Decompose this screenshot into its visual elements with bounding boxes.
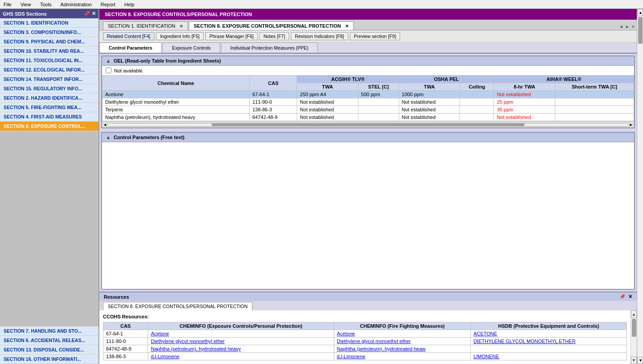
tab-individual-protection[interactable]: Individual Protection Measures (PPE)	[221, 42, 318, 53]
resources-pin-icon[interactable]: 📌	[619, 294, 626, 300]
main-layout: GHS SDS Sections 📌 ✕ SECTION 1. IDENTIFI…	[0, 9, 643, 364]
res-cheminfo-exp-link[interactable]: Naphtha (petroleum), hydrotreated heavy	[151, 346, 241, 351]
resources-tab-section8[interactable]: SECTION 8. EXPOSURE CONTROLS/PERSONAL PR…	[103, 302, 252, 310]
res-cheminfo-exp-link[interactable]: Acetone	[151, 331, 169, 336]
oel-cell	[555, 114, 634, 121]
oel-collapse-icon[interactable]: ▲	[106, 58, 111, 64]
ingredient-info-button[interactable]: Ingredient Info [F5]	[156, 32, 204, 40]
sidebar-item-section11[interactable]: SECTION 11. TOXICOLOGICAL IN...	[0, 56, 98, 65]
main-vscroll-thumb[interactable]	[638, 17, 643, 44]
oel-table-row[interactable]: Naphtha (petroleum), hydrotreated heavy6…	[102, 114, 634, 121]
vscroll-track[interactable]	[631, 318, 637, 356]
res-hsdb-link[interactable]: LIMONENE	[473, 354, 499, 359]
col-chemical-name: Chemical Name	[102, 76, 250, 91]
notes-button[interactable]: Notes [F7]	[260, 32, 289, 40]
sidebar-item-section15[interactable]: SECTION 15. REGULATORY INFO...	[0, 84, 98, 93]
tab-exposure-controls[interactable]: Exposure Controls	[162, 42, 220, 53]
res-col-hsdb: HSDB (Protective Equipment and Controls)	[471, 322, 627, 330]
main-vscroll-track[interactable]	[637, 16, 643, 357]
sidebar-item-section5[interactable]: SECTION 5. FIRE-FIGHTING MEA...	[0, 103, 98, 112]
res-cheminfo-fire-link[interactable]: Naphtha (petroleum), hydrotreated heaw	[337, 346, 426, 351]
sidebar-item-section4[interactable]: SECTION 4. FIRST-AID MEASURES	[0, 112, 98, 122]
col-group-osha: OSHA PEL	[399, 76, 494, 83]
tab-close-section1[interactable]: ✕	[179, 24, 183, 29]
sidebar-item-section9[interactable]: SECTION 9. PHYSICAL AND CHEM...	[0, 37, 98, 47]
oel-table-row[interactable]: Diethylene glycol monoethyl ether111-90-…	[102, 98, 634, 106]
tab-section1[interactable]: SECTION 1. IDENTIFICATION ✕	[103, 21, 188, 30]
menu-tools[interactable]: Tools	[38, 1, 53, 8]
sidebar-item-section13[interactable]: SECTION 13. DISPOSAL CONSIDE...	[0, 345, 98, 355]
tab-scroll-left-icon[interactable]: ◄	[619, 24, 623, 29]
sidebar-item-section8[interactable]: SECTION 8. EXPOSURE CONTROL...	[0, 122, 98, 131]
res-cheminfo-fire-link[interactable]: d,l-Limonene	[337, 354, 366, 359]
sidebar-title-text: GHS SDS Sections	[3, 11, 47, 17]
col-acgih-stel: STEL [C]	[358, 83, 399, 91]
sidebar-item-section3[interactable]: SECTION 3. COMPOSITION/INFO...	[0, 28, 98, 37]
tab-control-parameters[interactable]: Control Parameters	[99, 42, 162, 53]
sidebar-title-buttons: 📌 ✕	[84, 11, 96, 17]
res-hsdb-link[interactable]: ACETONE	[473, 331, 497, 336]
menu-report[interactable]: Report	[99, 1, 117, 8]
res-cheminfo-exp-cell: d,l-Limonene	[148, 353, 334, 360]
vscroll-down-icon[interactable]: ▼	[631, 356, 637, 364]
col-cas: CAS	[249, 76, 297, 91]
hscroll-track[interactable]	[107, 123, 629, 127]
related-content-button[interactable]: Related Content [F4]	[103, 32, 154, 40]
sidebar-item-section14[interactable]: SECTION 14. TRANSPORT INFOR...	[0, 75, 98, 84]
vscroll-thumb[interactable]	[632, 319, 636, 337]
res-cheminfo-exp-link[interactable]: Diethylene glycol monoethyl ether	[151, 339, 225, 344]
res-cas-cell: 111-90-0	[103, 338, 148, 345]
tab-scroll-right-icon[interactable]: ►	[625, 24, 630, 29]
vscroll-up-icon[interactable]: ▲	[631, 310, 637, 318]
hscroll-thumb[interactable]	[212, 123, 524, 126]
menu-view[interactable]: View	[19, 1, 33, 8]
preview-section-button[interactable]: Preview section [F9]	[350, 32, 400, 40]
not-available-checkbox[interactable]	[106, 68, 111, 73]
revision-indicators-button[interactable]: Revision Indicators [F8]	[291, 32, 348, 40]
resources-panel: Resources 📌 ✕ SECTION 8. EXPOSURE CONTRO…	[99, 292, 637, 364]
sidebar-pin-icon[interactable]: 📌	[84, 11, 90, 17]
main-vscroll[interactable]: ▲ ▼	[637, 9, 643, 364]
sidebar-item-section7[interactable]: SECTION 7. HANDLING AND STO...	[0, 326, 98, 336]
free-text-panel: ▲ Control Parameters (Free text)	[101, 132, 635, 290]
menu-file[interactable]: File	[2, 1, 13, 8]
sidebar-item-section1[interactable]: SECTION 1. IDENTIFICATION	[0, 18, 98, 28]
res-cheminfo-fire-cell: Diethylene glycol monoethvl ether	[334, 338, 470, 345]
hscroll-left-icon[interactable]: ◄	[103, 123, 107, 127]
col-group-acgih: ACGIH® TLV®	[297, 76, 399, 83]
main-vscroll-up[interactable]: ▲	[637, 9, 643, 16]
res-cheminfo-exp-link[interactable]: d,l-Limonene	[151, 354, 179, 359]
oel-cell: Not established	[399, 106, 460, 114]
tab-close-all-icon[interactable]: ✕	[631, 24, 635, 29]
oel-cell: 25 ppm	[494, 98, 555, 106]
res-cheminfo-fire-link[interactable]: Diethylene glycol monoethvl ether	[337, 339, 411, 344]
sidebar-item-section10[interactable]: SECTION 10. STABILITY AND REA...	[0, 47, 98, 56]
tab-section8[interactable]: SECTION 8. EXPOSURE CONTROLS/PERSONAL PR…	[189, 21, 353, 30]
sidebar-close-icon[interactable]: ✕	[92, 11, 96, 17]
tab-close-section8[interactable]: ✕	[345, 24, 349, 29]
tab-bar: SECTION 1. IDENTIFICATION ✕ SECTION 8. E…	[99, 20, 637, 30]
free-text-collapse-icon[interactable]: ▲	[106, 134, 111, 140]
oel-cell	[358, 114, 399, 121]
oel-table-row[interactable]: Acetone67-64-1250 ppm A4500 ppm1000 ppmN…	[102, 91, 634, 98]
oel-hscroll[interactable]: ◄ ►	[102, 121, 634, 127]
resources-close-icon[interactable]: ✕	[628, 294, 632, 300]
menu-help[interactable]: Help	[123, 1, 136, 8]
res-cheminfo-fire-link[interactable]: Acetone	[337, 331, 355, 336]
phrase-manager-button[interactable]: Phrase Manager [F6]	[205, 32, 258, 40]
res-hsdb-link[interactable]: DIETHYLENE GLYCOL MONOETHYL ETHER	[473, 339, 575, 344]
resources-vscroll[interactable]: ▲ ▼	[630, 310, 637, 364]
main-vscroll-down[interactable]: ▼	[637, 357, 643, 364]
oel-panel-header: ▲ OEL (Read-only Table from Ingredient S…	[102, 56, 634, 66]
hscroll-right-icon[interactable]: ►	[629, 123, 633, 127]
sidebar-item-section12[interactable]: SECTION 12. ECOLOGICAL INFOR...	[0, 65, 98, 75]
page-title: SECTION 8. EXPOSURE CONTROLS/PERSONAL PR…	[105, 12, 252, 17]
sidebar-item-section16[interactable]: SECTION 16. OTHER INFORMATI...	[0, 355, 98, 364]
oel-table-row[interactable]: Terpene138-86-3Not establishedNot establ…	[102, 106, 634, 114]
sidebar-item-section2[interactable]: SECTION 2. HAZARD IDENTIFICA...	[0, 93, 98, 103]
res-cheminfo-fire-cell: d,l-Limonene	[334, 353, 470, 360]
menu-administration[interactable]: Administration	[59, 1, 94, 8]
sidebar-item-section6[interactable]: SECTION 6. ACCIDENTAL RELEAS...	[0, 336, 98, 345]
oel-cell: Not established	[297, 98, 358, 106]
tab-bar-right: ◄ ► ✕	[619, 24, 637, 30]
